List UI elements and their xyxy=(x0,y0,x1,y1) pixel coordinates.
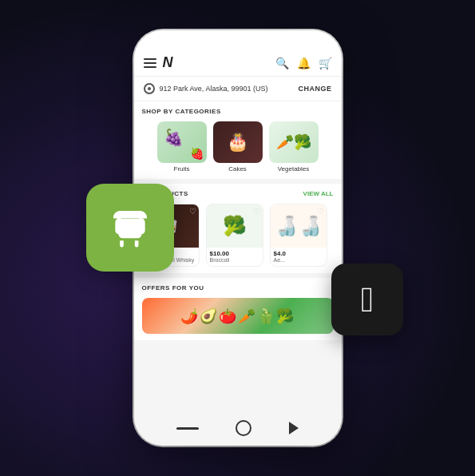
sauce-image: 🍶🍶 ♡ xyxy=(271,204,327,248)
broccoli-price: $10.00 xyxy=(210,250,259,257)
broccoli-favorite-icon[interactable]: ♡ xyxy=(253,207,260,216)
change-location-button[interactable]: CHANGE xyxy=(298,85,331,93)
offers-title: OFFERS FOR YOU xyxy=(142,284,204,292)
notification-icon[interactable]: 🔔 xyxy=(297,57,311,69)
android-icon xyxy=(108,205,152,250)
home-bar-indicator xyxy=(176,427,199,430)
sauce-name: Ae... xyxy=(274,257,323,264)
apple-badge[interactable]:  xyxy=(331,264,403,335)
product-broccoli[interactable]: 🥦 ♡ $10.00 Broccoli xyxy=(206,204,263,267)
offers-section: OFFERS FOR YOU xyxy=(134,278,342,340)
hamburger-menu-button[interactable] xyxy=(144,58,156,68)
location-bar: 912 Park Ave, Alaska, 99901 (US) CHANGE xyxy=(134,77,342,101)
sauce-price: $4.0 xyxy=(274,250,323,257)
categories-section: SHOP BY CATEGORIES Fruits 🎂 Cakes 🥕🥦 xyxy=(134,101,342,179)
category-vegetables[interactable]: 🥕🥦 Vegetables xyxy=(269,121,319,173)
brand-logo: N xyxy=(163,54,173,71)
status-bar xyxy=(134,30,342,50)
apple-icon:  xyxy=(361,282,374,317)
product-sauce[interactable]: 🍶🍶 ♡ $4.0 Ae... xyxy=(270,204,327,267)
broccoli-image: 🥦 ♡ xyxy=(207,204,263,248)
broccoli-name: Broccoli xyxy=(210,257,259,264)
search-icon[interactable]: 🔍 xyxy=(275,57,289,69)
location-dot-icon xyxy=(144,83,155,94)
categories-list: Fruits 🎂 Cakes 🥕🥦 Vegetables xyxy=(142,121,334,173)
fruits-image xyxy=(157,121,207,163)
cakes-image: 🎂 xyxy=(213,121,263,163)
scene:  N 🔍 🔔 🛒 xyxy=(0,0,475,476)
top-nav: N 🔍 🔔 🛒 xyxy=(134,50,342,77)
home-circle-button[interactable] xyxy=(236,420,251,436)
back-chevron-button[interactable] xyxy=(289,422,299,434)
fruits-label: Fruits xyxy=(174,165,190,173)
cart-icon[interactable]: 🛒 xyxy=(319,57,332,69)
vegetables-label: Vegetables xyxy=(278,165,310,173)
category-fruits[interactable]: Fruits xyxy=(157,121,207,173)
vegetables-image: 🥕🥦 xyxy=(269,121,319,163)
categories-title: SHOP BY CATEGORIES xyxy=(142,108,221,115)
offers-banner[interactable] xyxy=(142,298,334,334)
android-badge[interactable] xyxy=(86,184,174,272)
location-address: 912 Park Ave, Alaska, 99901 (US) xyxy=(160,85,268,93)
whisky-favorite-icon[interactable]: ♡ xyxy=(189,207,196,216)
category-cakes[interactable]: 🎂 Cakes xyxy=(213,121,263,173)
view-all-button[interactable]: VIEW ALL xyxy=(303,190,334,197)
cakes-label: Cakes xyxy=(228,165,247,173)
content-area: SHOP BY CATEGORIES Fruits 🎂 Cakes 🥕🥦 xyxy=(134,101,342,445)
sauce-favorite-icon[interactable]: ♡ xyxy=(317,207,324,216)
bottom-navigation xyxy=(134,420,342,436)
